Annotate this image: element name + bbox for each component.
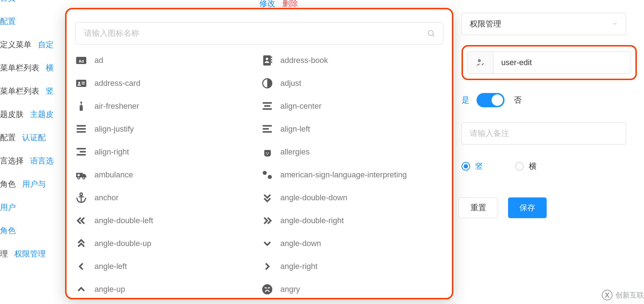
sidebar-item-auth[interactable]: 配置认证配 bbox=[0, 132, 57, 143]
svg-rect-8 bbox=[271, 62, 272, 63]
svg-rect-24 bbox=[77, 148, 86, 149]
asl-icon bbox=[261, 169, 273, 181]
radio-horizontal[interactable]: 横 bbox=[515, 161, 537, 172]
sidebar-item-lang[interactable]: 言选择语言选 bbox=[0, 156, 57, 166]
ad-icon: Ad bbox=[75, 54, 87, 67]
angle-down-icon bbox=[261, 237, 273, 250]
sidebar-item-home[interactable]: 首页 bbox=[0, 0, 57, 4]
sidebar: 首页 配置 定义菜单自定 菜单栏列表横 菜单栏列表竖 题皮肤主题皮 配置认证配 … bbox=[0, 0, 57, 259]
remark-input[interactable] bbox=[462, 122, 626, 144]
icon-option-angry[interactable]: angry bbox=[261, 283, 444, 295]
sidebar-item-custom-menu[interactable]: 定义菜单自定 bbox=[0, 39, 57, 50]
icon-option-angle-up[interactable]: angle-up bbox=[75, 283, 258, 295]
select-value: 权限管理 bbox=[470, 19, 501, 29]
sidebar-item-config[interactable]: 配置 bbox=[0, 16, 57, 27]
icon-option-align-left[interactable]: align-left bbox=[261, 123, 444, 135]
icon-option-label: angle-up bbox=[94, 285, 125, 294]
sidebar-item-user-role[interactable]: 角色用户与 bbox=[0, 179, 57, 190]
sidebar-item-menu-v[interactable]: 菜单栏列表竖 bbox=[0, 86, 57, 97]
icon-option-angle-down[interactable]: angle-down bbox=[261, 237, 444, 250]
icon-option-address-card[interactable]: address-card bbox=[75, 77, 258, 89]
save-button[interactable]: 保存 bbox=[508, 197, 547, 218]
anchor-icon bbox=[75, 192, 87, 204]
icon-name-input[interactable] bbox=[493, 52, 631, 73]
icon-option-angle-double-down[interactable]: angle-double-down bbox=[261, 192, 444, 204]
watermark-logo-icon: X bbox=[602, 290, 613, 300]
radio-unchecked-icon bbox=[515, 162, 524, 171]
icon-option-label: angle-double-down bbox=[280, 193, 347, 202]
angle-double-right-icon bbox=[261, 215, 273, 227]
angle-left-icon bbox=[75, 260, 87, 273]
icon-option-ambulance[interactable]: ambulance bbox=[75, 169, 258, 181]
icon-option-align-justify[interactable]: align-justify bbox=[75, 123, 258, 135]
parent-select[interactable]: 权限管理 bbox=[462, 13, 626, 35]
align-center-icon bbox=[261, 100, 273, 112]
icon-option-angle-left[interactable]: angle-left bbox=[75, 260, 258, 273]
air-freshener-icon bbox=[75, 100, 87, 112]
svg-rect-14 bbox=[80, 107, 83, 111]
svg-rect-23 bbox=[263, 131, 272, 133]
icon-option-label: american-sign-language-interpreting bbox=[280, 170, 407, 180]
radio-vertical[interactable]: 竖 bbox=[462, 161, 483, 172]
icon-option-label: address-book bbox=[280, 56, 328, 65]
sidebar-item-theme[interactable]: 题皮肤主题皮 bbox=[0, 109, 57, 120]
address-book-icon bbox=[261, 54, 273, 67]
enabled-switch[interactable] bbox=[477, 93, 504, 107]
icon-option-address-book[interactable]: address-book bbox=[261, 54, 444, 67]
icon-option-anchor[interactable]: anchor bbox=[75, 192, 258, 204]
icon-option-label: adjust bbox=[280, 79, 302, 88]
reset-button[interactable]: 重置 bbox=[459, 197, 498, 218]
icon-option-ad[interactable]: Adad bbox=[75, 54, 258, 67]
user-edit-icon bbox=[468, 52, 493, 73]
svg-point-35 bbox=[263, 171, 267, 175]
align-justify-icon bbox=[75, 123, 87, 135]
toggle-no-label: 否 bbox=[514, 95, 522, 106]
align-right-icon bbox=[75, 146, 87, 158]
icon-option-label: air-freshener bbox=[94, 102, 139, 111]
icon-option-angle-double-right[interactable]: angle-double-right bbox=[261, 215, 444, 227]
search-icon bbox=[427, 29, 435, 38]
icon-option-angle-right[interactable]: angle-right bbox=[261, 260, 444, 273]
angry-icon bbox=[261, 283, 273, 295]
svg-point-27 bbox=[265, 152, 267, 153]
svg-rect-19 bbox=[77, 128, 86, 129]
icon-option-air-freshener[interactable]: air-freshener bbox=[75, 100, 258, 112]
icon-option-label: allergies bbox=[280, 147, 310, 157]
angle-double-left-icon bbox=[75, 215, 87, 227]
svg-point-46 bbox=[478, 59, 481, 62]
icon-option-adjust[interactable]: adjust bbox=[261, 77, 444, 89]
sidebar-item-user[interactable]: 用户 bbox=[0, 202, 57, 213]
svg-point-28 bbox=[268, 152, 269, 153]
icon-option-align-center[interactable]: align-center bbox=[261, 100, 444, 112]
icon-option-label: angle-double-left bbox=[94, 216, 153, 225]
icon-option-asl[interactable]: american-sign-language-interpreting bbox=[261, 169, 444, 181]
svg-rect-34 bbox=[77, 175, 80, 176]
watermark-text: 创新互联 bbox=[615, 290, 644, 300]
svg-point-0 bbox=[428, 30, 433, 35]
icon-option-angle-double-up[interactable]: angle-double-up bbox=[75, 237, 258, 250]
icon-search-input[interactable] bbox=[75, 22, 443, 44]
icon-option-allergies[interactable]: allergies bbox=[261, 146, 444, 158]
angle-right-icon bbox=[261, 260, 273, 273]
icon-option-angle-double-left[interactable]: angle-double-left bbox=[75, 215, 258, 227]
sidebar-item-perm[interactable]: 理权限管理 bbox=[0, 249, 57, 259]
svg-point-40 bbox=[262, 284, 272, 294]
icon-name-input-group bbox=[467, 52, 631, 74]
icon-option-label: angry bbox=[280, 285, 300, 294]
svg-point-5 bbox=[265, 58, 268, 60]
icon-option-label: align-right bbox=[94, 147, 129, 157]
svg-rect-16 bbox=[264, 105, 270, 107]
icon-option-label: anchor bbox=[94, 193, 118, 202]
svg-rect-18 bbox=[77, 125, 86, 127]
icon-option-label: angle-double-right bbox=[280, 216, 344, 225]
icon-option-align-right[interactable]: align-right bbox=[75, 146, 258, 158]
sidebar-item-menu-h[interactable]: 菜单栏列表横 bbox=[0, 63, 57, 73]
svg-rect-12 bbox=[82, 84, 85, 84]
angle-double-up-icon bbox=[75, 237, 87, 250]
toggle-yes-label: 是 bbox=[462, 95, 469, 106]
svg-line-1 bbox=[433, 35, 434, 36]
svg-rect-20 bbox=[77, 131, 86, 133]
icon-grid: Adadaddress-bookaddress-cardadjustair-fr… bbox=[75, 54, 443, 299]
icon-option-label: align-center bbox=[280, 102, 322, 111]
sidebar-item-role[interactable]: 角色 bbox=[0, 225, 57, 236]
